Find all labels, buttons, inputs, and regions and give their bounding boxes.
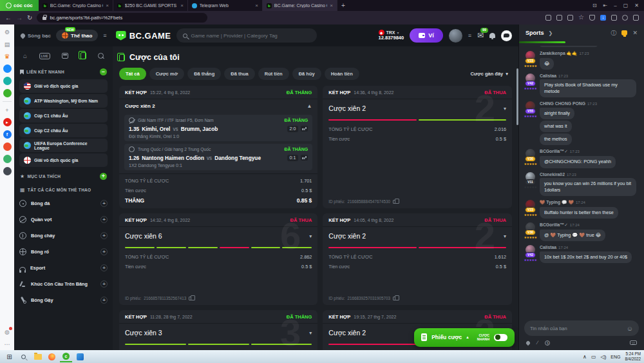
chat-input[interactable]: Tin nhắn của bạn ☺ — [524, 320, 639, 336]
photos-app-icon[interactable] — [74, 351, 86, 362]
browser-tab[interactable]: b$250 BC.GAME SPORTS PARL× — [113, 0, 188, 11]
message-username[interactable]: BCGorilla™✓17:23 — [540, 149, 639, 154]
chat-channel-label[interactable]: Sports — [526, 30, 544, 36]
coccoc-taskbar-icon[interactable]: c — [60, 351, 72, 362]
scrollbar-thumb[interactable] — [516, 68, 518, 125]
message-username[interactable]: Ctonekira0217:23 — [540, 172, 639, 177]
browser-tab[interactable]: bBC.Game: Crypto Casino Gan× — [39, 0, 113, 11]
games-icon[interactable] — [3, 89, 12, 97]
chevron-right-icon[interactable]: ❯ — [549, 30, 553, 36]
bet-slip-button[interactable]: Phiếu cược ▴ CƯỢC NHANH — [414, 328, 515, 347]
rain-icon[interactable] — [526, 340, 531, 345]
shield-icon[interactable] — [589, 15, 595, 21]
live-icon[interactable]: LIVE — [39, 53, 50, 59]
my-bets-icon[interactable] — [80, 52, 86, 59]
profile-icon[interactable] — [622, 15, 628, 21]
tray-expand-icon[interactable]: ∧ — [583, 354, 587, 360]
keyboard-language[interactable]: ENG — [611, 355, 620, 359]
settings-icon[interactable]: ⚙ — [3, 28, 12, 36]
emoji-icon[interactable]: ☺ — [627, 325, 633, 332]
browser-tab[interactable]: Telegram Web× — [188, 0, 263, 11]
info-icon[interactable]: ⓘ — [611, 29, 616, 37]
expand-icon[interactable]: ▾ — [309, 330, 312, 336]
close-tab-icon[interactable]: × — [180, 3, 184, 8]
expand-sport-icon[interactable]: + — [100, 280, 108, 288]
translate-icon[interactable] — [556, 15, 562, 21]
collapse-quick-links-button[interactable]: – — [100, 68, 107, 75]
quick-bet-toggle[interactable] — [494, 334, 507, 341]
sort-dropdown[interactable]: Cược gần đây▾ — [470, 71, 512, 77]
extensions-icon[interactable] — [611, 15, 617, 21]
zalo-icon[interactable] — [3, 77, 12, 85]
bet-name-row[interactable]: Cược xiên 6▾ — [119, 227, 317, 242]
filter-pill[interactable]: Cược mở — [149, 68, 184, 80]
header-menu-icon[interactable]: ≡ — [103, 32, 106, 39]
sidebar-item-sport[interactable]: Quần vợt+ — [19, 211, 108, 228]
sidebar-toggle-icon[interactable]: ⇤ — [603, 3, 608, 8]
copy-icon[interactable] — [189, 297, 192, 300]
trophy-icon[interactable] — [621, 30, 627, 35]
save-page-icon[interactable] — [545, 15, 551, 21]
message-username[interactable]: Zarakikenpa 🤙🤙17:23 — [540, 51, 639, 56]
message-username[interactable]: CHING CHONG PONG17:23 — [540, 101, 639, 106]
match-stats-icon[interactable] — [301, 155, 308, 161]
expand-sport-icon[interactable]: + — [100, 232, 108, 239]
casino-tab[interactable]: Sòng bạc — [21, 33, 51, 39]
share-icon[interactable] — [567, 15, 573, 21]
collapse-icon[interactable]: ▲ — [307, 103, 312, 109]
messenger-icon[interactable] — [3, 64, 12, 73]
bet-name-row[interactable]: Cược xiên 3▾ — [119, 324, 317, 339]
store-icon[interactable] — [3, 167, 12, 175]
sidebar-item-sport[interactable]: Bóng Gậy+ — [19, 292, 108, 308]
close-icon[interactable]: ✕ — [634, 3, 639, 8]
network-icon[interactable]: ▭ — [591, 354, 596, 360]
forward-icon[interactable]: → — [16, 15, 23, 21]
reading-list-icon[interactable]: ▤ — [3, 40, 12, 48]
message-username[interactable]: Calistaa17:24 — [540, 245, 639, 250]
sidebar-search-icon[interactable] — [98, 53, 104, 59]
sidebar-item-sport[interactable]: Bóng rổ+ — [19, 244, 108, 260]
bookmark-star-icon[interactable]: ☆ — [578, 15, 584, 21]
expand-icon[interactable]: ▾ — [504, 106, 506, 112]
back-icon[interactable]: ← — [5, 15, 12, 21]
filter-pill[interactable]: Tất cả — [119, 68, 146, 80]
match-stats-icon[interactable] — [301, 126, 308, 132]
filter-pill[interactable]: Đã thua — [224, 68, 255, 80]
balance-selector[interactable]: ◆ TRX ▾ 12.8379840 — [379, 30, 404, 41]
bet-name-row[interactable]: Cược xiên 2▾ — [323, 99, 512, 115]
bcgame-logo[interactable]: BC.GAME — [116, 31, 171, 41]
download-badge-icon[interactable]: ↓ — [600, 15, 606, 21]
notification-bell-icon[interactable]: ◍ — [3, 328, 12, 336]
expand-sport-icon[interactable]: + — [100, 264, 108, 271]
sidebar-item-sport[interactable]: Bóng chày+ — [19, 228, 108, 244]
file-explorer-icon[interactable] — [32, 351, 44, 362]
copy-icon[interactable] — [393, 200, 396, 204]
sidebar-item-quick-link[interactable]: Giải vô địch quốc gia — [19, 153, 108, 167]
coin-icon[interactable]: $ — [545, 340, 550, 346]
add-favorite-button[interactable]: + — [100, 173, 107, 180]
coccoc-brand[interactable]: cốc cốc — [0, 0, 39, 11]
start-button[interactable]: ⊞ — [3, 351, 15, 362]
home-icon[interactable]: ⌂ — [23, 53, 27, 59]
filter-pill[interactable]: Đã hủy — [292, 68, 321, 80]
sidebar-item-quick-link[interactable]: UEFA Europa Conference League — [19, 139, 108, 152]
sports-tab[interactable]: NEW Thể thao — [56, 30, 98, 41]
filter-pill[interactable]: Hoàn tiền — [325, 68, 359, 80]
close-tab-icon[interactable]: × — [330, 3, 333, 8]
slash-commands-icon[interactable]: ∕ — [537, 340, 538, 346]
sidebar-item-sport[interactable]: Bóng đá+ — [19, 195, 108, 211]
firefox-icon[interactable] — [46, 351, 58, 362]
message-username[interactable]: 🤎 Typing 💬 🤎17:24 — [540, 200, 639, 205]
maximize-icon[interactable]: ▢ — [623, 3, 629, 8]
close-chat-icon[interactable]: ✕ — [632, 30, 638, 36]
url-field[interactable]: bc.game/sports?bt-path=%2Fbets — [37, 13, 207, 23]
inbox-button[interactable]: ✉ 99 — [477, 32, 484, 39]
minimize-icon[interactable]: – — [614, 3, 616, 8]
sidebar-item-quick-link[interactable]: Cúp C1 châu Âu — [19, 109, 108, 123]
taskbar-clock[interactable]: 5:24 PM 8/4/2022 — [625, 351, 641, 362]
taskbar-search-icon[interactable] — [17, 351, 30, 362]
profile-menu-icon[interactable]: ≡ — [468, 32, 471, 39]
filter-pill[interactable]: Đã thắng — [187, 68, 221, 80]
filter-pill[interactable]: Rút tiền — [258, 68, 289, 80]
message-username[interactable]: BCGorilla™✓17:24 — [540, 222, 639, 228]
